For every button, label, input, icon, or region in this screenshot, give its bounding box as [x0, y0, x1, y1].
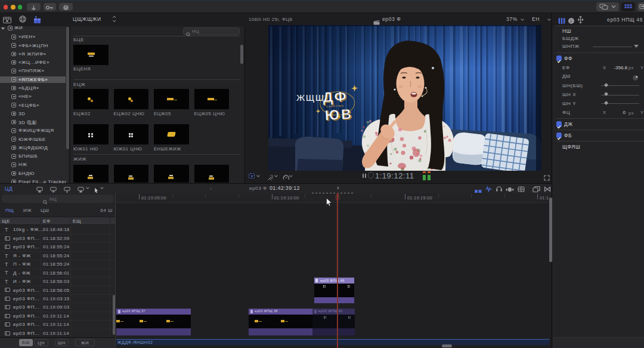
- svg-text:5: 5: [35, 16, 37, 19]
- svg-text:ЮВ: ЮВ: [324, 106, 354, 123]
- svg-text:ДФ: ДФ: [323, 88, 349, 105]
